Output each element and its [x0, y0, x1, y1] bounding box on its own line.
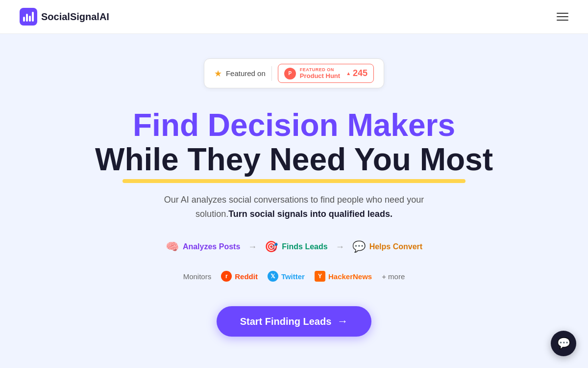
ph-name: Product Hunt: [300, 72, 340, 79]
hero-underline-decoration: [122, 179, 466, 183]
step-helps-convert: 💬 Helps Convert: [352, 240, 422, 253]
logo-text: SocialSignalAI: [41, 11, 109, 23]
logo-bars-icon: [23, 12, 34, 22]
arrow-2: →: [336, 242, 344, 252]
ph-triangle-icon: ▲: [346, 71, 351, 76]
chat-bubble-icon: 💬: [557, 337, 570, 350]
monitor-twitter: 𝕏 Twitter: [268, 271, 305, 282]
hero-subtitle: Our AI analyzes social conversations to …: [147, 193, 441, 221]
featured-badge: ★ Featured on P FEATURED ON Product Hunt…: [204, 58, 384, 88]
target-icon: 🎯: [265, 240, 278, 253]
twitter-label: Twitter: [281, 272, 305, 281]
featured-label-group: ★ Featured on: [214, 68, 266, 79]
featured-label: Featured on: [226, 69, 266, 78]
hamburger-line-1: [557, 13, 568, 14]
process-row: 🧠 Analyzes Posts → 🎯 Finds Leads → 💬 Hel…: [166, 240, 422, 253]
hero-line-2: While They Need You Most: [95, 142, 493, 177]
monitors-row: Monitors r Reddit 𝕏 Twitter Y HackerNews…: [183, 271, 405, 282]
product-hunt-badge[interactable]: P FEATURED ON Product Hunt ▲ 245: [278, 64, 374, 83]
ph-count-number: 245: [353, 68, 368, 79]
brain-icon: 🧠: [166, 240, 179, 253]
hamburger-line-2: [557, 16, 568, 17]
step-analyzes-label: Analyzes Posts: [183, 242, 240, 251]
monitor-hackernews: Y HackerNews: [315, 271, 372, 282]
cta-button-label: Start Finding Leads: [240, 316, 332, 327]
hero-title: Find Decision Makers While They Need You…: [95, 108, 493, 183]
start-finding-leads-button[interactable]: Start Finding Leads →: [217, 306, 372, 337]
star-icon: ★: [214, 68, 222, 79]
cta-arrow-icon: →: [337, 315, 348, 328]
monitor-reddit: r Reddit: [221, 271, 258, 282]
reddit-icon: r: [221, 271, 232, 282]
hero-line-1: Find Decision Makers: [95, 108, 493, 142]
monitors-more: + more: [382, 272, 405, 281]
hero-subtitle-bold: Turn social signals into qualified leads…: [228, 209, 392, 219]
step-converts-label: Helps Convert: [369, 242, 422, 251]
twitter-icon: 𝕏: [268, 271, 278, 282]
monitors-label: Monitors: [183, 272, 212, 281]
main-content: ★ Featured on P FEATURED ON Product Hunt…: [0, 34, 588, 361]
ph-count: ▲ 245: [346, 68, 368, 79]
arrow-1: →: [248, 242, 257, 252]
logo[interactable]: SocialSignalAI: [20, 8, 109, 26]
hackernews-icon: Y: [315, 271, 325, 282]
step-analyzes-posts: 🧠 Analyzes Posts: [166, 240, 240, 253]
logo-icon: [20, 8, 37, 26]
reddit-label: Reddit: [235, 272, 258, 281]
product-hunt-logo: P: [284, 68, 296, 79]
hamburger-line-3: [557, 20, 568, 21]
ph-featured-on-label: FEATURED ON: [300, 67, 340, 72]
step-finds-leads: 🎯 Finds Leads: [265, 240, 327, 253]
navbar: SocialSignalAI: [0, 0, 588, 34]
chat-support-button[interactable]: 💬: [551, 331, 576, 356]
product-hunt-text: FEATURED ON Product Hunt: [300, 67, 340, 79]
hamburger-menu[interactable]: [557, 13, 568, 21]
step-finds-label: Finds Leads: [282, 242, 327, 251]
badge-divider: [271, 66, 272, 81]
hackernews-label: HackerNews: [328, 272, 372, 281]
chat-icon: 💬: [352, 240, 366, 253]
